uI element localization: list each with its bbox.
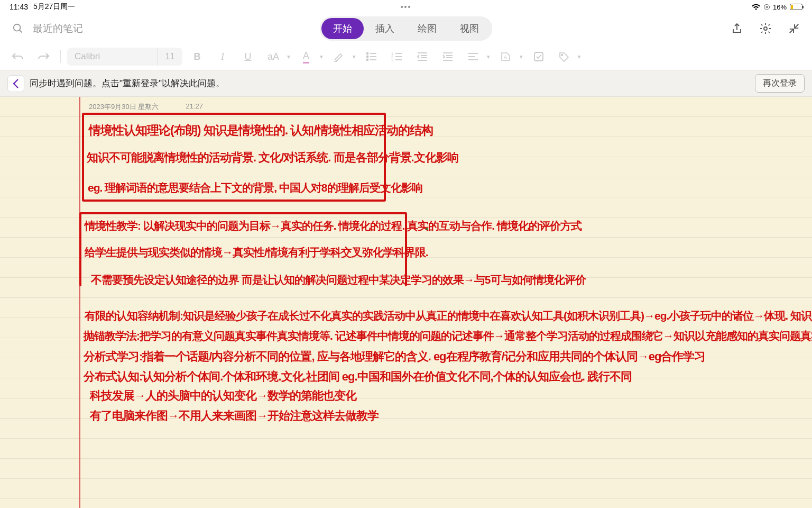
collapse-icon[interactable] <box>786 20 802 37</box>
tag-button[interactable] <box>553 48 575 66</box>
search-icon[interactable] <box>10 20 26 37</box>
highlight-button[interactable] <box>328 48 349 66</box>
handwriting-line: 有限的认知容纳机制:知识是经验少孩子在成长过不化真实的实践活动中从真正的情境中在… <box>85 309 812 323</box>
battery-pct: 16% <box>773 3 787 11</box>
align-button[interactable] <box>463 48 484 66</box>
svg-point-3 <box>366 53 368 55</box>
handwriting-line: 科技发展→人的头脑中的认知变化→数学的第能也变化 <box>90 388 356 404</box>
ribbon-tabs: 开始 插入 绘图 视图 <box>320 16 492 41</box>
redo-button[interactable] <box>33 48 54 66</box>
margin-line <box>79 97 80 508</box>
handwriting-line: 知识不可能脱离情境性的活动背景. 文化/对话系统. 而是各部分背景.文化影响 <box>87 150 458 166</box>
chevron-down-icon[interactable]: ▼ <box>577 54 582 60</box>
back-button[interactable] <box>7 75 24 92</box>
svg-line-1 <box>20 30 22 33</box>
wifi-icon <box>751 4 761 11</box>
outdent-button[interactable] <box>412 48 433 66</box>
underline-button[interactable]: U <box>237 48 259 66</box>
todo-button[interactable] <box>528 48 549 66</box>
indent-button[interactable] <box>437 48 458 66</box>
stray-mark <box>426 228 428 230</box>
svg-rect-27 <box>534 52 543 61</box>
chevron-down-icon[interactable]: ▼ <box>286 54 291 60</box>
svg-point-2 <box>764 27 767 30</box>
chevron-down-icon[interactable]: ▼ <box>352 54 357 60</box>
relogin-button[interactable]: 再次登录 <box>755 74 805 93</box>
svg-point-0 <box>14 24 21 31</box>
font-color-button[interactable]: A <box>296 48 317 66</box>
handwriting-line: 分析式学习:指着一个话题/内容分析不同的位置, 应与各地理解它的含义. eg在程… <box>84 349 705 365</box>
handwriting-line: 有了电脑来作图→不用人来来画图→开始注意这样去做教学 <box>90 408 379 424</box>
status-date: 5月27日周一 <box>33 2 75 12</box>
handwriting-line: 分布式认知:认知分析个体间.个体和环境.文化.社团间 eg.中国和国外在价值文化… <box>84 369 632 385</box>
svg-point-5 <box>366 56 368 58</box>
handwriting-line: 抛锚教学法:把学习的有意义问题真实事件真实情境等. 记述事件中情境的问题的记述事… <box>84 329 812 343</box>
chevron-down-icon[interactable]: ▼ <box>319 54 324 60</box>
svg-text:A: A <box>504 55 507 60</box>
note-canvas[interactable]: 2023年9月30日 星期六 21:27 情境性认知理论(布朗) 知识是情境性的… <box>0 97 812 508</box>
share-icon[interactable] <box>728 20 745 37</box>
handwriting-line: 情境性认知理论(布朗) 知识是情境性的. 认知/情境性相应活动的结构 <box>89 122 433 139</box>
font-style-button[interactable]: aA <box>263 48 284 66</box>
status-time: 11:43 <box>10 3 28 11</box>
format-toolbar: Calibri 11 B I U aA▼ A▼ ▼ 123 ▼ A▼ ▼ <box>0 43 812 70</box>
note-timestamp: 2023年9月30日 星期六 21:27 <box>89 102 205 113</box>
font-name[interactable]: Calibri <box>67 51 157 62</box>
chevron-down-icon[interactable]: ▼ <box>519 54 524 60</box>
status-right: ⦾ 16% <box>751 3 802 12</box>
status-left: 11:43 5月27日周一 <box>10 2 75 12</box>
note-date: 2023年9月30日 星期六 <box>89 102 159 112</box>
battery-icon <box>790 4 802 10</box>
multitask-dots-icon[interactable]: ••• <box>401 3 412 11</box>
search-area[interactable]: 最近的笔记 <box>10 20 83 37</box>
svg-text:3: 3 <box>391 58 393 61</box>
status-bar: 11:43 5月27日周一 ••• ⦾ 16% <box>0 0 812 14</box>
chevron-down-icon[interactable]: ▼ <box>486 54 491 60</box>
tab-insert[interactable]: 插入 <box>364 18 406 39</box>
svg-point-7 <box>366 59 368 61</box>
orientation-lock-icon: ⦾ <box>764 3 770 12</box>
bullets-button[interactable] <box>361 48 382 66</box>
tab-start[interactable]: 开始 <box>321 18 364 39</box>
italic-button[interactable]: I <box>212 48 233 66</box>
tab-draw[interactable]: 绘图 <box>406 18 448 39</box>
handwriting-line: eg. 理解词语的意思要结合上下文的背景, 中国人对8的理解后受文化影响 <box>88 180 422 195</box>
note-time: 21:27 <box>186 102 203 112</box>
bold-button[interactable]: B <box>187 48 208 66</box>
handwriting-line: 情境性教学: 以解决现实中的问题为目标→真实的任务. 情境化的过程. 真实的互动… <box>85 219 582 233</box>
handwriting-line: 给学生提供与现实类似的情境→真实性/情境有利于学科交叉弥化学科界限. <box>85 245 428 260</box>
svg-point-28 <box>561 55 562 56</box>
settings-icon[interactable] <box>757 20 774 37</box>
font-selector[interactable]: Calibri 11 <box>67 48 182 66</box>
handwriting-line: 不需要预先设定认知途径的边界 而是让认知的解决问题过程中某决定学习的效果→与5可… <box>91 273 586 287</box>
numbered-list-button[interactable]: 123 <box>386 48 408 66</box>
top-right-actions <box>728 20 802 37</box>
title-bar: 最近的笔记 开始 插入 绘图 视图 <box>0 14 812 43</box>
search-placeholder: 最近的笔记 <box>33 22 83 35</box>
sync-message: 同步时遇到问题。点击"重新登录"以解决此问题。 <box>30 77 225 89</box>
separator <box>60 50 61 63</box>
undo-button[interactable] <box>7 48 29 66</box>
font-size[interactable]: 11 <box>157 48 182 66</box>
sync-banner: 同步时遇到问题。点击"重新登录"以解决此问题。 再次登录 <box>0 70 812 97</box>
styles-button[interactable]: A <box>495 48 516 66</box>
tab-view[interactable]: 视图 <box>448 18 491 39</box>
